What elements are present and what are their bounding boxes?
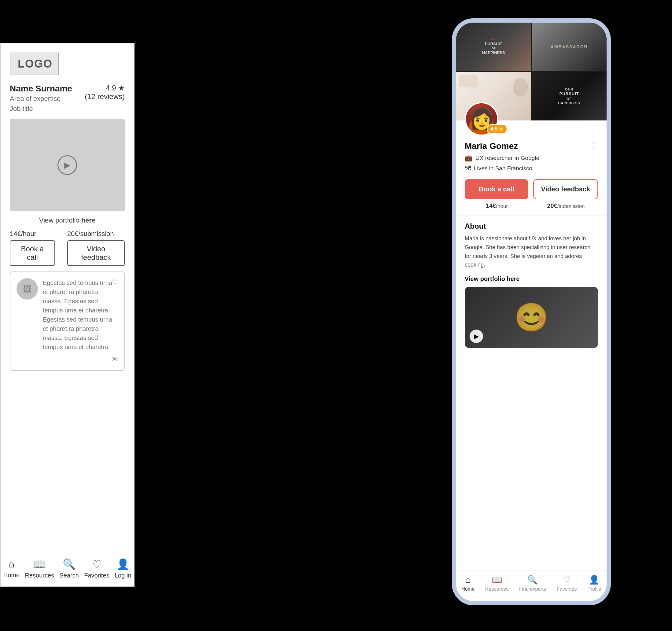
- submission-pricing: 20€/submission: [534, 202, 598, 210]
- portfolio-title[interactable]: View portfolio here: [465, 275, 598, 283]
- wireframe-nav-search-label: Search: [59, 572, 78, 579]
- wireframe-card-content: 🖼 Egestas sed tempus urna et pharet ra p…: [17, 278, 118, 351]
- wireframe-job: Job title: [10, 104, 72, 114]
- location-icon: 🗺: [465, 165, 471, 172]
- wireframe-card: ♡ 🖼 Egestas sed tempus urna et pharet ra…: [10, 271, 125, 371]
- pricing-row: 14€/hour 20€/submission: [465, 202, 598, 210]
- wireframe-portfolio-here[interactable]: here: [81, 216, 95, 224]
- profile-name: Maria Gomez: [465, 141, 518, 151]
- cta-buttons-row: Book a call Video feedback: [465, 179, 598, 199]
- profile-name-row: Maria Gomez ♡: [465, 141, 598, 151]
- nav-profile-label: Profile: [587, 586, 601, 592]
- wireframe-login-icon: 👤: [117, 558, 129, 570]
- wireframe-pricing-section: 14€/hour Book a call 20€/submission Vide…: [10, 230, 125, 266]
- hero-overlay-top-left: THE PURSUIT OF HAPPINESS: [482, 38, 505, 56]
- nav-item-find-experts[interactable]: 🔍 Find experts: [519, 575, 546, 592]
- portfolio-video-thumbnail: 😊: [514, 301, 549, 334]
- nav-item-home[interactable]: ⌂ Home: [461, 575, 475, 592]
- nav-item-favorites[interactable]: ♡ Favorites: [557, 575, 577, 592]
- profile-job: UX researcher in Google: [475, 155, 539, 162]
- wireframe-card-thumbnail: 🖼: [17, 278, 38, 299]
- hero-image-top-right: AMBASSADOR: [532, 23, 607, 71]
- hourly-pricing: 14€/hour: [465, 202, 529, 210]
- nav-item-resources[interactable]: 📖 Resources: [485, 575, 508, 592]
- wireframe-nav-resources[interactable]: 📖 Resources: [25, 558, 54, 579]
- rating-badge: 4.9 ⭐: [487, 124, 507, 134]
- wireframe-nav-favorites-label: Favorites: [84, 572, 109, 579]
- wireframe-search-icon: 🔍: [63, 558, 75, 570]
- wireframe-nav-resources-label: Resources: [25, 572, 54, 579]
- hourly-price: 14€: [486, 202, 496, 209]
- wireframe-profile-row: Name Surname Area of expertise Job title…: [10, 84, 125, 114]
- hero-overlay-top-right: AMBASSADOR: [551, 44, 588, 50]
- wireframe-nav-favorites[interactable]: ♡ Favorites: [84, 558, 109, 579]
- wireframe-name: Name Surname: [10, 84, 72, 94]
- wireframe-nav-home[interactable]: ⌂ Home: [3, 558, 20, 579]
- portfolio-play-button[interactable]: ▶: [470, 330, 483, 343]
- favorites-icon: ♡: [563, 575, 571, 585]
- nav-favorites-label: Favorites: [557, 586, 577, 592]
- wireframe-nav-login[interactable]: 👤 Log in: [115, 558, 131, 579]
- nav-resources-label: Resources: [485, 586, 508, 592]
- wireframe-video-box[interactable]: ▶: [10, 119, 125, 211]
- wireframe-portfolio-link[interactable]: View portfolio here: [10, 216, 125, 224]
- about-title: About: [465, 222, 598, 230]
- wireframe-nav-home-label: Home: [3, 572, 20, 579]
- wireframe-card-mail-icon[interactable]: ✉: [17, 355, 118, 364]
- nav-item-profile[interactable]: 👤 Profile: [587, 575, 601, 592]
- wireframe-card-heart-icon[interactable]: ♡: [112, 277, 119, 287]
- search-icon: 🔍: [527, 575, 538, 585]
- nav-find-experts-label: Find experts: [519, 586, 546, 592]
- cta-section: Book a call Video feedback 14€/hour 20€/…: [456, 172, 606, 210]
- profile-info: Maria Gomez ♡ 💼 UX researcher in Google …: [456, 136, 606, 172]
- briefcase-icon: 💼: [465, 154, 472, 162]
- wireframe-bottom-nav: ⌂ Home 📖 Resources 🔍 Search ♡ Favorites …: [1, 550, 134, 586]
- rating-star-icon: ⭐: [498, 126, 504, 131]
- home-icon: ⌂: [465, 575, 471, 585]
- profile-location: Lives in San Francisco: [474, 165, 532, 172]
- wireframe-logo: LOGO: [10, 53, 59, 75]
- profile-job-row: 💼 UX researcher in Google: [465, 154, 598, 162]
- wireframe-reviews: (12 reviews): [85, 92, 125, 101]
- about-section: About Maria is passionate about UX and l…: [456, 222, 606, 348]
- wireframe-hourly-price: 14€/hour: [10, 230, 37, 238]
- profile-location-row: 🗺 Lives in San Francisco: [465, 165, 598, 172]
- wireframe-expertise: Area of expertise: [10, 94, 72, 104]
- hero-image-top-left: THE PURSUIT OF HAPPINESS: [456, 23, 531, 71]
- submission-unit: /submission: [557, 203, 585, 209]
- wireframe-home-icon: ⌂: [8, 558, 15, 570]
- wireframe-video-feedback-button[interactable]: Video feedback: [67, 240, 125, 266]
- wireframe-favorites-icon: ♡: [92, 558, 101, 570]
- submission-price: 20€: [547, 202, 557, 209]
- avatar-section: 4.9 ⭐: [456, 102, 606, 136]
- wireframe-rating-value: 4.9 ★: [85, 84, 125, 92]
- wireframe-phone: LOGO Name Surname Area of expertise Job …: [0, 43, 135, 587]
- wireframe-book-call-button[interactable]: Book a call: [10, 240, 55, 266]
- book-call-button[interactable]: Book a call: [465, 179, 528, 199]
- bottom-nav: ⌂ Home 📖 Resources 🔍 Find experts ♡ Favo…: [456, 570, 606, 601]
- wireframe-nav-login-label: Log in: [115, 572, 131, 579]
- wireframe-nav-search[interactable]: 🔍 Search: [59, 558, 78, 579]
- portfolio-video[interactable]: 😊 ▶: [465, 287, 598, 348]
- wireframe-price-block-hourly: 14€/hour Book a call: [10, 230, 55, 266]
- section-divider: [456, 216, 606, 216]
- about-text: Maria is passionate about UX and loves h…: [465, 234, 598, 269]
- wireframe-resources-icon: 📖: [33, 558, 46, 570]
- phone-device: THE PURSUIT OF HAPPINESS AMBASSADOR OUR …: [452, 18, 611, 605]
- wireframe-price-block-submission: 20€/submission Video feedback: [67, 230, 125, 266]
- wireframe-submission-price: 20€/submission: [67, 230, 114, 238]
- wireframe-card-text: Egestas sed tempus urna et pharet ra pha…: [43, 278, 118, 351]
- video-feedback-button[interactable]: Video feedback: [533, 179, 598, 199]
- profile-icon: 👤: [589, 575, 600, 585]
- favorite-heart-button[interactable]: ♡: [590, 141, 598, 151]
- rating-value: 4.9: [490, 126, 498, 132]
- phone-screen: THE PURSUIT OF HAPPINESS AMBASSADOR OUR …: [456, 23, 606, 601]
- wireframe-play-button[interactable]: ▶: [57, 155, 77, 175]
- hourly-unit: /hour: [496, 203, 508, 209]
- nav-home-label: Home: [461, 586, 475, 592]
- resources-icon: 📖: [491, 575, 502, 585]
